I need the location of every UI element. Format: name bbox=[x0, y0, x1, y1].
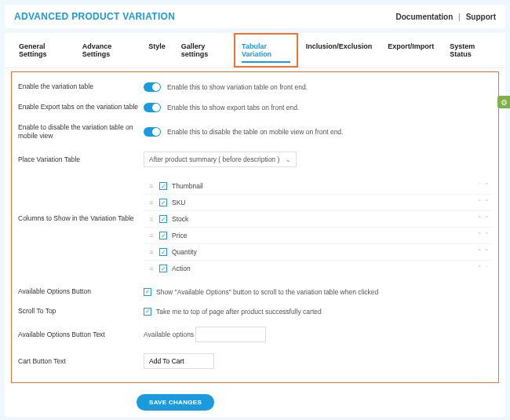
settings-fab[interactable]: ⚙ bbox=[497, 96, 510, 108]
cart-text-input[interactable] bbox=[144, 353, 214, 369]
tab-system-status[interactable]: System Status bbox=[442, 33, 499, 68]
column-checkbox[interactable] bbox=[159, 265, 167, 272]
place-table-label: Place Variation Table bbox=[18, 155, 144, 164]
columns-label: Columns to Show in the Variation Table bbox=[18, 178, 144, 223]
tab-gallery-settings[interactable]: Gallery settings bbox=[173, 33, 234, 68]
move-down-icon[interactable]: ˅ bbox=[485, 182, 489, 190]
save-changes-button[interactable]: SAVE CHANGES bbox=[137, 394, 214, 411]
column-name: Stock bbox=[172, 215, 188, 223]
column-checkbox[interactable] bbox=[159, 232, 167, 239]
page-title: ADVANCED PRODUCT VARIATION bbox=[14, 11, 175, 22]
drag-handle-icon[interactable]: ≡ bbox=[144, 215, 159, 223]
column-item: ≡Quantity˄˅ bbox=[144, 244, 492, 261]
scroll-top-checkbox[interactable] bbox=[144, 308, 151, 316]
tab-general-settings[interactable]: General Settings bbox=[11, 33, 75, 68]
enable-export-label: Enable Export tabs on the variation tabl… bbox=[18, 103, 144, 111]
drag-handle-icon[interactable]: ≡ bbox=[144, 199, 159, 206]
drag-handle-icon[interactable]: ≡ bbox=[144, 232, 159, 239]
move-down-icon[interactable]: ˅ bbox=[485, 248, 489, 256]
disable-mobile-desc: Enable this to disable the table on mobi… bbox=[167, 128, 343, 136]
column-name: Thumbnail bbox=[172, 182, 203, 190]
enable-export-toggle[interactable] bbox=[144, 103, 161, 112]
main-panel: ⚙ General Settings Advance Settings Styl… bbox=[5, 33, 505, 417]
column-name: SKU bbox=[172, 199, 185, 206]
settings-panel: Enable the variation table Enable this t… bbox=[11, 71, 499, 383]
column-item: ≡Price˄˅ bbox=[144, 228, 492, 244]
avail-btn-label: Available Options Button bbox=[18, 287, 144, 296]
tab-export-import[interactable]: Export/Import bbox=[380, 33, 442, 68]
column-name: Price bbox=[172, 232, 187, 239]
column-name: Action bbox=[172, 265, 191, 272]
column-checkbox[interactable] bbox=[159, 182, 167, 190]
move-up-icon[interactable]: ˄ bbox=[478, 265, 482, 272]
move-up-icon[interactable]: ˄ bbox=[478, 248, 482, 256]
avail-text-input[interactable] bbox=[195, 327, 266, 342]
avail-btn-checkbox[interactable] bbox=[144, 288, 151, 296]
avail-text-prefix: Available options bbox=[144, 331, 194, 338]
move-down-icon[interactable]: ˅ bbox=[485, 199, 489, 206]
move-up-icon[interactable]: ˄ bbox=[478, 232, 482, 239]
gear-icon: ⚙ bbox=[501, 98, 508, 107]
tab-advance-settings[interactable]: Advance Settings bbox=[75, 33, 140, 68]
enable-table-label: Enable the variation table bbox=[18, 82, 144, 91]
disable-mobile-toggle[interactable] bbox=[144, 127, 161, 137]
scroll-top-desc: Take me to top of page after product suc… bbox=[156, 308, 322, 316]
column-checkbox[interactable] bbox=[159, 215, 167, 223]
cart-text-label: Cart Button Text bbox=[18, 357, 144, 366]
avail-text-label: Available Options Button Text bbox=[18, 331, 144, 339]
tabs-nav: General Settings Advance Settings Style … bbox=[5, 33, 505, 68]
header-bar: ADVANCED PRODUCT VARIATION Documentation… bbox=[5, 5, 505, 28]
disable-mobile-label: Enable to disable the variation table on… bbox=[18, 123, 144, 141]
column-name: Quantity bbox=[172, 248, 197, 256]
column-item: ≡Stock˄˅ bbox=[144, 211, 492, 228]
place-table-select[interactable]: After product summary ( before descripti… bbox=[144, 152, 297, 167]
avail-btn-desc: Show "Available Options" button to scrol… bbox=[156, 288, 378, 296]
header-links: Documentation | Support bbox=[396, 13, 496, 21]
move-down-icon[interactable]: ˅ bbox=[485, 232, 489, 239]
column-checkbox[interactable] bbox=[159, 248, 167, 256]
move-up-icon: ˄ bbox=[478, 182, 482, 190]
columns-list: ≡Thumbnail˄˅≡SKU˄˅≡Stock˄˅≡Price˄˅≡Quant… bbox=[144, 178, 492, 276]
enable-table-toggle[interactable] bbox=[144, 82, 161, 92]
drag-handle-icon[interactable]: ≡ bbox=[144, 248, 159, 256]
move-up-icon[interactable]: ˄ bbox=[478, 215, 482, 223]
move-up-icon[interactable]: ˄ bbox=[478, 199, 482, 206]
tab-inclusion-exclusion[interactable]: Inclusion/Exclusion bbox=[298, 33, 381, 68]
enable-table-desc: Enable this to show variation table on f… bbox=[167, 83, 308, 91]
column-item: ≡SKU˄˅ bbox=[144, 195, 492, 211]
move-down-icon: ˅ bbox=[485, 265, 489, 272]
scroll-top-label: Scroll To Top bbox=[18, 307, 144, 316]
enable-export-desc: Enable this to show export tabs on front… bbox=[167, 104, 299, 111]
drag-handle-icon[interactable]: ≡ bbox=[144, 182, 159, 190]
tab-tabular-variation[interactable]: Tabular Variation bbox=[234, 33, 298, 68]
column-item: ≡Action˄˅ bbox=[144, 261, 492, 276]
place-table-selected: After product summary ( before descripti… bbox=[149, 155, 279, 163]
drag-handle-icon[interactable]: ≡ bbox=[144, 265, 159, 272]
separator: | bbox=[458, 13, 461, 21]
support-link[interactable]: Support bbox=[466, 13, 496, 21]
tab-style[interactable]: Style bbox=[140, 33, 173, 68]
chevron-down-icon: ⌄ bbox=[286, 156, 291, 163]
column-checkbox[interactable] bbox=[159, 199, 167, 206]
column-item: ≡Thumbnail˄˅ bbox=[144, 178, 492, 195]
move-down-icon[interactable]: ˅ bbox=[485, 215, 489, 223]
documentation-link[interactable]: Documentation bbox=[396, 13, 454, 21]
